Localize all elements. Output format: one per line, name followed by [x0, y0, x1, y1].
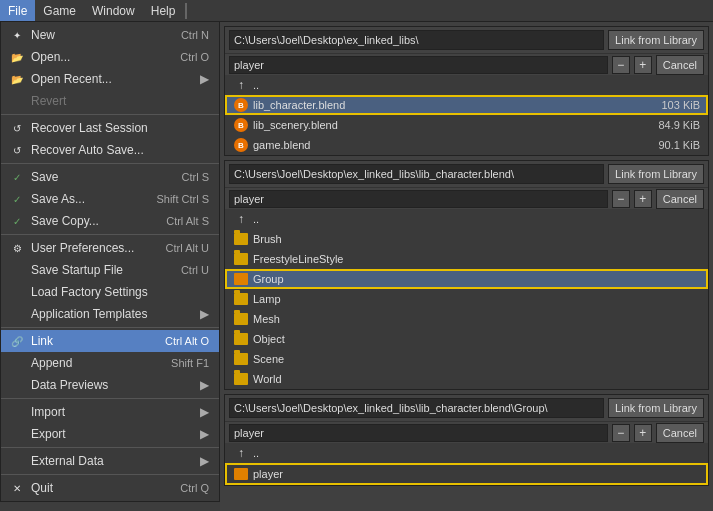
- file-item-group[interactable]: Group: [225, 269, 708, 289]
- menu-item-data-previews[interactable]: Data Previews ▶: [1, 374, 219, 396]
- open-icon: 📂: [9, 49, 25, 65]
- submenu-arrow-6: ▶: [200, 454, 209, 468]
- file-list-2: ↑ .. Brush FreestyleLineStyle: [225, 209, 708, 389]
- folder-icon-mesh: [233, 311, 249, 327]
- submenu-arrow: ▶: [200, 72, 209, 86]
- menu-item-load-factory[interactable]: Load Factory Settings: [1, 281, 219, 303]
- file-list-3: ↑ .. player: [225, 443, 708, 485]
- file-item-player[interactable]: player: [225, 463, 708, 485]
- zoom-plus-btn-1[interactable]: +: [634, 56, 652, 74]
- file-list-1: ↑ .. B lib_character.blend 103 KiB B lib…: [225, 75, 708, 155]
- menu-item-revert[interactable]: Revert: [1, 90, 219, 112]
- up-row-3[interactable]: ↑ ..: [225, 443, 708, 463]
- blend-icon-3: B: [233, 137, 249, 153]
- file-item-game[interactable]: B game.blend 90.1 KiB: [225, 135, 708, 155]
- separator-7: [1, 474, 219, 475]
- file-item-object[interactable]: Object: [225, 329, 708, 349]
- path-input-2[interactable]: [229, 164, 604, 184]
- up-icon-1: ↑: [233, 77, 249, 93]
- file-item-mesh[interactable]: Mesh: [225, 309, 708, 329]
- menu-game[interactable]: Game: [35, 0, 84, 21]
- menu-file[interactable]: File: [0, 0, 35, 21]
- path-input-3[interactable]: [229, 398, 604, 418]
- file-item-lib-character[interactable]: B lib_character.blend 103 KiB: [225, 95, 708, 115]
- file-item-lib-scenery[interactable]: B lib_scenery.blend 84.9 KiB: [225, 115, 708, 135]
- up-row-2[interactable]: ↑ ..: [225, 209, 708, 229]
- file-item-lamp[interactable]: Lamp: [225, 289, 708, 309]
- menu-item-append[interactable]: Append Shift F1: [1, 352, 219, 374]
- zoom-minus-btn-2[interactable]: −: [612, 190, 630, 208]
- menu-item-import[interactable]: Import ▶: [1, 401, 219, 423]
- file-item-scene[interactable]: Scene: [225, 349, 708, 369]
- right-panel: Link from Library − + Cancel ↑ .. B lib_…: [220, 22, 713, 511]
- search-bar-2: − + Cancel: [225, 187, 708, 209]
- data-previews-icon: [9, 377, 25, 393]
- folder-icon-scene: [233, 351, 249, 367]
- folder-icon-lamp: [233, 291, 249, 307]
- browser-panel-1: Link from Library − + Cancel ↑ .. B lib_…: [224, 26, 709, 156]
- menu-item-quit[interactable]: ✕ Quit Ctrl Q: [1, 477, 219, 499]
- path-input-1[interactable]: [229, 30, 604, 50]
- menu-item-open[interactable]: 📂 Open... Ctrl O: [1, 46, 219, 68]
- up-icon-2: ↑: [233, 211, 249, 227]
- cancel-btn-1[interactable]: Cancel: [656, 55, 704, 75]
- search-input-1[interactable]: [229, 56, 608, 74]
- menu-item-open-recent[interactable]: 📂 Open Recent... ▶: [1, 68, 219, 90]
- blend-icon-1: B: [233, 97, 249, 113]
- cancel-btn-3[interactable]: Cancel: [656, 423, 704, 443]
- file-item-brush[interactable]: Brush: [225, 229, 708, 249]
- menu-item-save-as[interactable]: ✓ Save As... Shift Ctrl S: [1, 188, 219, 210]
- browser-header-3: Link from Library: [225, 395, 708, 421]
- menu-item-link[interactable]: 🔗 Link Ctrl Alt O: [1, 330, 219, 352]
- quit-icon: ✕: [9, 480, 25, 496]
- submenu-arrow-5: ▶: [200, 427, 209, 441]
- menu-item-recover-auto[interactable]: ↺ Recover Auto Save...: [1, 139, 219, 161]
- menu-bar: File Game Window Help: [0, 0, 713, 22]
- menu-item-external-data[interactable]: External Data ▶: [1, 450, 219, 472]
- save-icon: ✓: [9, 169, 25, 185]
- separator-3: [1, 234, 219, 235]
- link-from-library-btn-2[interactable]: Link from Library: [608, 164, 704, 184]
- menu-item-save-copy[interactable]: ✓ Save Copy... Ctrl Alt S: [1, 210, 219, 232]
- link-from-library-btn-3[interactable]: Link from Library: [608, 398, 704, 418]
- zoom-minus-btn-1[interactable]: −: [612, 56, 630, 74]
- link-from-library-btn-1[interactable]: Link from Library: [608, 30, 704, 50]
- append-icon: [9, 355, 25, 371]
- menu-window[interactable]: Window: [84, 0, 143, 21]
- zoom-plus-btn-2[interactable]: +: [634, 190, 652, 208]
- menu-item-save-startup[interactable]: Save Startup File Ctrl U: [1, 259, 219, 281]
- folder-icon-object: [233, 331, 249, 347]
- file-dropdown-menu: ✦ New Ctrl N 📂 Open... Ctrl O 📂 Open Rec…: [0, 22, 220, 502]
- folder-icon-freestyle: [233, 251, 249, 267]
- folder-icon-world: [233, 371, 249, 387]
- menu-item-app-templates[interactable]: Application Templates ▶: [1, 303, 219, 325]
- up-icon-3: ↑: [233, 445, 249, 461]
- browser-panel-3: Link from Library − + Cancel ↑ .. player: [224, 394, 709, 486]
- zoom-plus-btn-3[interactable]: +: [634, 424, 652, 442]
- menu-item-user-prefs[interactable]: ⚙ User Preferences... Ctrl Alt U: [1, 237, 219, 259]
- search-input-3[interactable]: [229, 424, 608, 442]
- menu-item-new[interactable]: ✦ New Ctrl N: [1, 24, 219, 46]
- link-icon: 🔗: [9, 333, 25, 349]
- menu-item-export[interactable]: Export ▶: [1, 423, 219, 445]
- app-templates-icon: [9, 306, 25, 322]
- export-icon: [9, 426, 25, 442]
- user-prefs-icon: ⚙: [9, 240, 25, 256]
- search-bar-3: − + Cancel: [225, 421, 708, 443]
- recover-last-icon: ↺: [9, 120, 25, 136]
- menu-help[interactable]: Help: [143, 0, 184, 21]
- file-item-freestyle[interactable]: FreestyleLineStyle: [225, 249, 708, 269]
- search-input-2[interactable]: [229, 190, 608, 208]
- menu-item-recover-last[interactable]: ↺ Recover Last Session: [1, 117, 219, 139]
- up-row-1[interactable]: ↑ ..: [225, 75, 708, 95]
- zoom-minus-btn-3[interactable]: −: [612, 424, 630, 442]
- save-copy-icon: ✓: [9, 213, 25, 229]
- separator-5: [1, 398, 219, 399]
- menu-item-save[interactable]: ✓ Save Ctrl S: [1, 166, 219, 188]
- cancel-btn-2[interactable]: Cancel: [656, 189, 704, 209]
- blend-icon-2: B: [233, 117, 249, 133]
- main-content: ✦ New Ctrl N 📂 Open... Ctrl O 📂 Open Rec…: [0, 22, 713, 511]
- separator: [185, 3, 195, 19]
- file-item-world[interactable]: World: [225, 369, 708, 389]
- submenu-arrow-2: ▶: [200, 307, 209, 321]
